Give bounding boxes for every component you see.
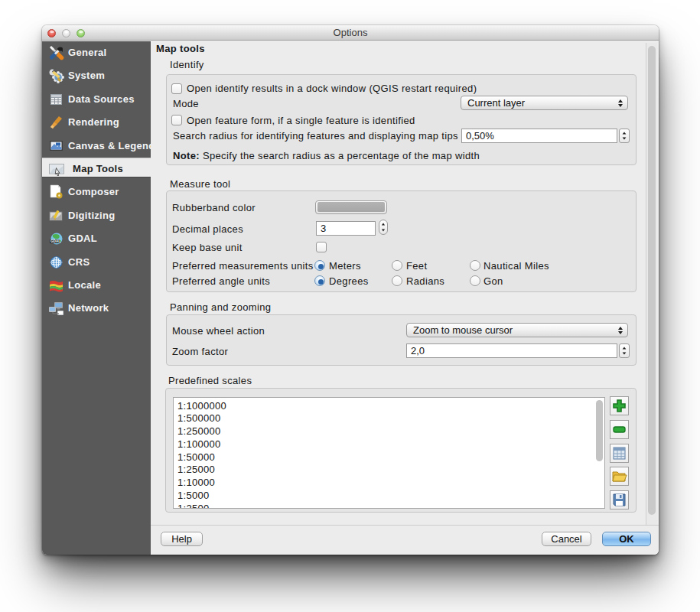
svg-text:GDAL: GDAL (50, 240, 60, 244)
